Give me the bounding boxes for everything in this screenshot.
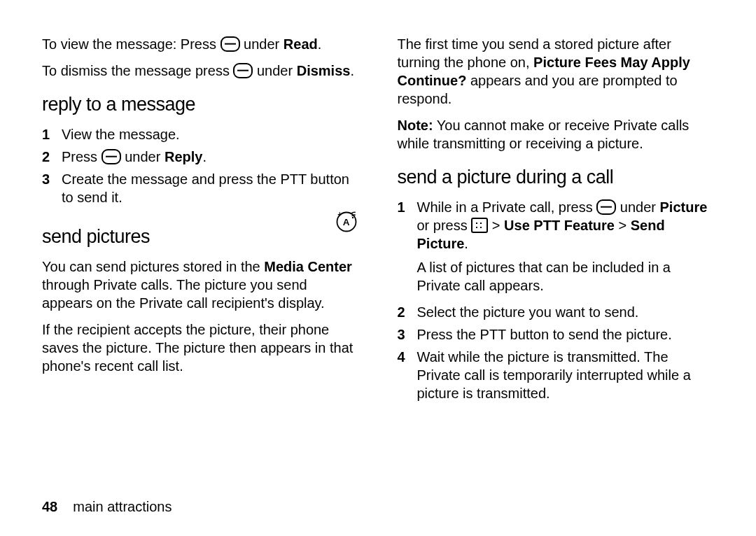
send-pictures-desc-1: You can send pictures stored in the Medi… (42, 258, 359, 312)
svg-text:+: + (337, 210, 342, 218)
fees-prompt: The first time you send a stored picture… (398, 35, 715, 108)
left-column: To view the message: Press under Read. T… (42, 35, 359, 411)
text: > (488, 218, 504, 233)
softkey-icon (220, 36, 240, 52)
network-feature-icon: A+ (334, 209, 359, 239)
softkey-icon (596, 199, 616, 215)
reply-label: Reply (164, 149, 202, 164)
step-text: View the message. (62, 127, 180, 142)
step-text: Create the message and press the PTT but… (62, 171, 349, 205)
read-label: Read (284, 36, 318, 52)
text: under (121, 149, 164, 164)
step-text: Wait while the picture is transmitted. T… (417, 349, 691, 401)
list-item: View the message. (42, 125, 359, 143)
heading-send-during-call: send a picture during a call (398, 165, 715, 190)
page-footer: 48main attractions (42, 499, 172, 515)
text: Press (62, 149, 102, 164)
list-item: Wait while the picture is transmitted. T… (398, 348, 715, 402)
text: To view the message: Press (42, 36, 220, 52)
list-item: While in a Private call, press under Pic… (398, 198, 715, 295)
svg-point-3 (351, 217, 353, 218)
page-number: 48 (42, 499, 57, 514)
right-column: The first time you send a stored picture… (398, 35, 715, 411)
list-item: Select the picture you want to send. (398, 303, 715, 321)
svg-text:A: A (342, 217, 349, 227)
heading-send-pictures: send pictures (42, 225, 150, 249)
text: To dismiss the message press (42, 63, 233, 78)
note-text: You cannot make or receive Private calls… (398, 118, 690, 151)
send-pictures-desc-2: If the recipient accepts the picture, th… (42, 320, 359, 375)
text: . (350, 63, 354, 78)
step-sub-text: A list of pictures that can be included … (417, 253, 715, 295)
menu-icon (471, 218, 488, 233)
section-name: main attractions (73, 499, 172, 514)
reply-steps: View the message. Press under Reply. Cre… (42, 125, 359, 206)
text: under (240, 36, 284, 52)
note-label: Note: (398, 118, 433, 133)
text: under (253, 63, 296, 78)
list-item: Press under Reply. (42, 148, 359, 166)
view-message-instruction: To view the message: Press under Read. (42, 35, 359, 53)
dismiss-message-instruction: To dismiss the message press under Dismi… (42, 62, 359, 80)
text: through Private calls. The picture you s… (42, 277, 325, 311)
text: > (615, 218, 631, 233)
list-item: Create the message and press the PTT but… (42, 170, 359, 206)
send-call-steps: While in a Private call, press under Pic… (398, 198, 715, 402)
media-center-label: Media Center (264, 259, 352, 274)
text: . (318, 36, 322, 52)
dismiss-label: Dismiss (297, 63, 351, 78)
note: Note: You cannot make or receive Private… (398, 116, 715, 153)
softkey-icon (102, 149, 121, 164)
softkey-icon (233, 63, 253, 78)
page-content: To view the message: Press under Read. T… (0, 0, 756, 411)
picture-label: Picture (660, 199, 708, 215)
use-ptt-label: Use PTT Feature (504, 218, 615, 233)
text: under (616, 199, 659, 215)
heading-reply: reply to a message (42, 92, 359, 117)
text: While in a Private call, press (417, 199, 597, 215)
text: . (202, 149, 206, 164)
step-text: Press the PTT button to send the picture… (417, 327, 672, 342)
list-item: Press the PTT button to send the picture… (398, 325, 715, 344)
text: You can send pictures stored in the (42, 259, 264, 274)
step-text: Select the picture you want to send. (417, 304, 639, 320)
text: or press (417, 218, 472, 233)
text: . (464, 236, 468, 251)
